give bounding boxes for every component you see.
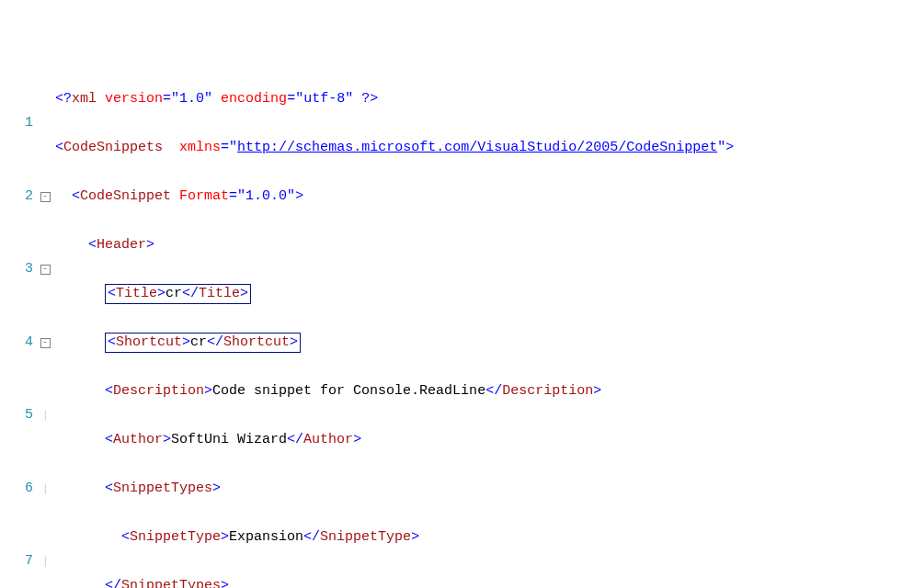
line-number: 7: [25, 553, 33, 569]
code-line[interactable]: <Title>cr</Title>: [55, 282, 734, 307]
code-line[interactable]: <CodeSnippets xmlns="http://schemas.micr…: [55, 136, 734, 161]
code-line[interactable]: <SnippetType>Expansion</SnippetType>: [55, 526, 734, 550]
line-number: 6: [25, 481, 33, 496]
line-number: 3: [25, 261, 33, 277]
code-line[interactable]: <CodeSnippet Format="1.0.0">: [55, 185, 734, 209]
code-line[interactable]: <?xml version="1.0" encoding="utf-8" ?>: [55, 87, 734, 112]
code-line[interactable]: <Header>: [55, 233, 734, 258]
fold-guide-icon: │: [41, 550, 50, 575]
fold-toggle-icon[interactable]: -: [40, 265, 51, 275]
xmlns-url[interactable]: http://schemas.microsoft.com/VisualStudi…: [237, 140, 717, 155]
code-content[interactable]: <?xml version="1.0" encoding="utf-8" ?> …: [51, 62, 734, 588]
fold-guide-icon: │: [41, 404, 50, 429]
fold-toggle-icon[interactable]: -: [40, 192, 51, 202]
line-number: 4: [25, 334, 33, 350]
code-line[interactable]: <SnippetTypes>: [55, 477, 734, 502]
fold-gutter[interactable]: - - - │ │ │ │ - │ │ │ - - - │ │ │ │ - │ …: [39, 62, 51, 588]
line-number: 2: [25, 188, 33, 204]
code-line[interactable]: <Shortcut>cr</Shortcut>: [55, 331, 734, 356]
line-number: 5: [25, 407, 33, 423]
fold-guide-icon: │: [41, 478, 50, 503]
code-line[interactable]: <Description>Code snippet for Console.Re…: [55, 379, 734, 404]
fold-toggle-icon[interactable]: -: [40, 338, 51, 348]
highlight-box: <Title>cr</Title>: [105, 284, 251, 304]
code-line[interactable]: </SnippetTypes>: [55, 574, 734, 589]
code-line[interactable]: <Author>SoftUni Wizard</Author>: [55, 428, 734, 453]
code-editor[interactable]: 1 2 3 4 5 6 7 8 9 10 11 12 13 14 15 16 1…: [0, 62, 902, 588]
line-number-gutter: 1 2 3 4 5 6 7 8 9 10 11 12 13 14 15 16 1…: [0, 62, 39, 588]
line-number: 1: [25, 115, 33, 130]
highlight-box: <Shortcut>cr</Shortcut>: [105, 333, 301, 353]
